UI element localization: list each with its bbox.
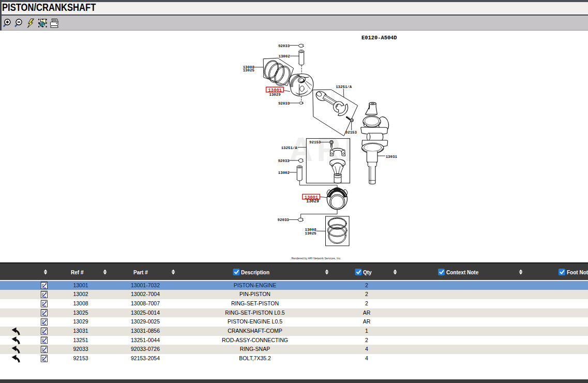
svg-text:E0120-A504D: E0120-A504D bbox=[361, 35, 397, 41]
svg-text:92153: 92153 bbox=[309, 140, 321, 144]
svg-text:Rendered by ARI Network Servic: Rendered by ARI Network Services, Inc. bbox=[291, 257, 341, 260]
svg-text:13001: 13001 bbox=[305, 195, 318, 200]
svg-text:ARI: ARI bbox=[289, 131, 357, 168]
svg-text:13251/A: 13251/A bbox=[281, 146, 298, 150]
svg-text:13002: 13002 bbox=[279, 54, 290, 58]
svg-text:92153: 92153 bbox=[345, 130, 357, 135]
svg-text:13031: 13031 bbox=[386, 155, 398, 159]
svg-text:13025: 13025 bbox=[305, 231, 317, 235]
svg-text:92033: 92033 bbox=[278, 101, 290, 106]
svg-text:13001: 13001 bbox=[268, 88, 282, 93]
svg-text:13251/A: 13251/A bbox=[336, 85, 352, 89]
svg-text:13029: 13029 bbox=[269, 93, 281, 97]
svg-text:92033: 92033 bbox=[278, 218, 290, 222]
svg-text:92033: 92033 bbox=[278, 44, 290, 48]
svg-text:13025: 13025 bbox=[243, 68, 255, 72]
svg-text:13002: 13002 bbox=[278, 171, 290, 175]
svg-text:92033: 92033 bbox=[278, 159, 290, 163]
